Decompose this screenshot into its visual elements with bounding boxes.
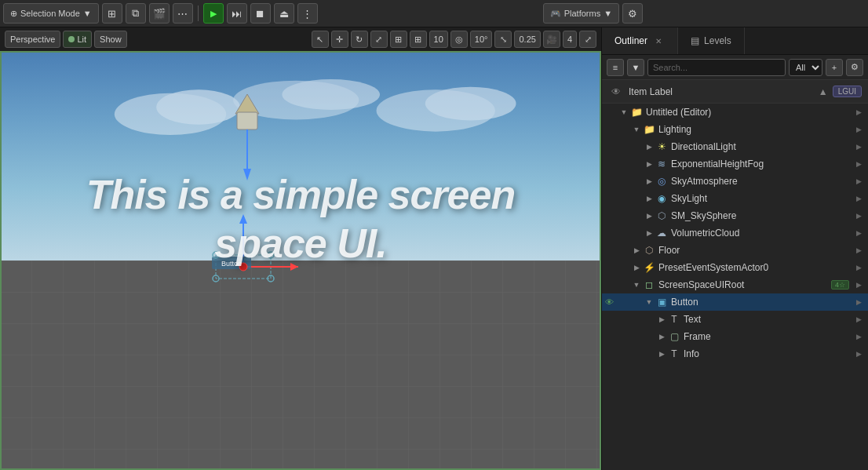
right-panel: Outliner ✕ ▤ Levels ≡ ▼ All + ⚙ 👁 Item L…	[601, 27, 868, 470]
camera-speed-button[interactable]: 4	[563, 31, 577, 48]
tree-item[interactable]: ▶⬡SM_SkySphere▶	[602, 207, 868, 224]
multi-tool-button[interactable]: ⊞	[390, 31, 407, 48]
tree-item-label: SkyLight	[671, 193, 852, 204]
settings-button[interactable]: ⚙	[846, 59, 863, 76]
tree-expand-arrow[interactable]: ▶	[643, 158, 655, 170]
show-button[interactable]: Show	[94, 31, 127, 48]
tree-item[interactable]: 👁▼▣Button▶	[602, 293, 868, 311]
tree-item[interactable]: ▼◻ScreenSpaceUIRoot4☆▶	[602, 276, 868, 293]
search-input[interactable]	[647, 59, 786, 76]
perspective-button[interactable]: Perspective	[5, 31, 60, 48]
stop-button[interactable]: ⏹	[250, 3, 271, 24]
tree-expand-arrow[interactable]: ▼	[618, 106, 630, 118]
visibility-toggle[interactable]: 👁	[608, 84, 624, 100]
tree-item-icon: T	[668, 313, 680, 326]
options-button[interactable]: ⋮	[297, 3, 318, 24]
tree-expand-arrow[interactable]: ▶	[643, 227, 655, 239]
angle-value-button[interactable]: 10°	[470, 31, 493, 48]
tab-levels[interactable]: ▤ Levels	[678, 27, 745, 54]
tree-expand-arrow[interactable]: ▶	[643, 209, 655, 222]
camera-button[interactable]: 🎥	[543, 31, 560, 48]
tree-item-end-arrow: ▶	[852, 192, 865, 205]
platforms-button[interactable]: 🎮 Platforms ▼	[543, 3, 619, 24]
tree-item[interactable]: ▼📁Untitled (Editor)▶	[602, 104, 868, 121]
tree-item-end-arrow: ▶	[852, 296, 865, 308]
tree-view[interactable]: ▼📁Untitled (Editor)▶▼📁Lighting▶▶☀Directi…	[602, 104, 868, 470]
tab-outliner[interactable]: Outliner ✕	[602, 27, 678, 54]
tree-item[interactable]: ▶TText▶	[602, 311, 868, 328]
filter-button[interactable]: ≡	[607, 59, 624, 76]
tree-item-end-arrow: ▶	[852, 123, 865, 136]
tree-item[interactable]: ▶☀DirectionalLight▶	[602, 138, 868, 155]
tree-item[interactable]: ▶▢Frame▶	[602, 328, 868, 345]
scale-tool-button[interactable]: ⤢	[370, 31, 388, 48]
scale-snap-button[interactable]: ⤡	[494, 31, 512, 48]
tree-item-icon: ≋	[655, 158, 668, 170]
rotate-tool-button[interactable]: ↻	[351, 31, 368, 48]
tree-item-icon: ◎	[655, 175, 668, 188]
lit-button[interactable]: Lit	[63, 31, 92, 48]
levels-tab-icon: ▤	[691, 35, 699, 46]
transform-tool-button[interactable]: ✛	[331, 31, 348, 48]
viewport[interactable]: Perspective Lit Show ↖ ✛ ↻ ⤢ ⊞ ⊞ 10 ◎	[0, 27, 601, 470]
svg-marker-15	[239, 214, 247, 224]
filter-dropdown-button[interactable]: ▼	[627, 59, 644, 76]
tree-item-end-arrow: ▶	[852, 313, 865, 326]
tree-item-label: Untitled (Editor)	[646, 107, 852, 118]
outliner-tab-close[interactable]: ✕	[652, 35, 665, 47]
tree-item[interactable]: ▶◎SkyAtmosphere▶	[602, 173, 868, 190]
directional-light-object[interactable]	[228, 98, 267, 137]
tree-item[interactable]: ▶☁VolumetricCloud▶	[602, 224, 868, 242]
search-type-dropdown[interactable]: All	[789, 59, 822, 76]
tree-expand-arrow[interactable]: ▶	[630, 244, 643, 257]
viewport-scene[interactable]: Button This is a simple screen space UI.	[0, 51, 601, 470]
item-visibility-eye[interactable]: 👁	[602, 295, 616, 309]
tree-expand-arrow[interactable]: ▶	[643, 175, 655, 188]
eject-button[interactable]: ⏏	[274, 3, 294, 24]
cinematics-button[interactable]: 🎬	[149, 3, 170, 24]
tree-item-icon: ⬡	[643, 244, 655, 257]
tree-item-icon: ⚡	[643, 261, 655, 274]
grid-size-button[interactable]: 10	[429, 31, 448, 48]
tree-expand-arrow[interactable]: ▶	[655, 330, 668, 343]
selection-mode-button[interactable]: ⊕ Selection Mode ▼	[3, 3, 99, 24]
skip-forward-button[interactable]: ⏭	[227, 3, 247, 24]
more-button[interactable]: ⋯	[173, 3, 193, 24]
tree-item[interactable]: ▶TInfo▶	[602, 345, 868, 363]
platforms-icon: 🎮	[550, 9, 561, 19]
angle-snap-button[interactable]: ◎	[450, 31, 468, 48]
tree-expand-arrow[interactable]: ▶	[643, 140, 655, 153]
transform-gizmo[interactable]: Button	[188, 208, 306, 310]
tree-item-icon: ◻	[643, 279, 655, 291]
grid-size-label: 10	[434, 35, 443, 44]
add-button[interactable]: +	[826, 59, 843, 76]
viewport-toolbar: Perspective Lit Show ↖ ✛ ↻ ⤢ ⊞ ⊞ 10 ◎	[0, 27, 601, 51]
panel-tabs: Outliner ✕ ▤ Levels	[602, 27, 868, 55]
maximize-button[interactable]: ⤢	[579, 31, 596, 48]
tree-expand-arrow[interactable]: ▼	[643, 296, 655, 308]
tree-item[interactable]: ▶⚡PresetEventSystemActor0▶	[602, 259, 868, 276]
tree-item[interactable]: ▶≋ExponentialHeightFog▶	[602, 155, 868, 173]
settings-button[interactable]: ⚙	[622, 3, 643, 24]
add-actor-button[interactable]: ⊞	[102, 3, 122, 24]
tree-expand-arrow[interactable]: ▶	[655, 313, 668, 326]
tree-expand-arrow[interactable]: ▶	[655, 348, 668, 360]
tree-item-end-arrow: ▶	[852, 175, 865, 188]
blueprint-button[interactable]: ⧉	[126, 3, 146, 24]
play-button[interactable]: ▶	[203, 3, 224, 24]
tree-item[interactable]: ▶⬡Floor▶	[602, 242, 868, 259]
levels-tab-label: Levels	[704, 35, 731, 46]
tree-expand-arrow[interactable]: ▼	[630, 123, 643, 136]
svg-marker-7	[235, 94, 259, 114]
sort-icon[interactable]: ▲	[819, 86, 828, 97]
tree-item[interactable]: ▶◉SkyLight▶	[602, 190, 868, 207]
tree-item[interactable]: ▼📁Lighting▶	[602, 121, 868, 138]
svg-marker-13	[290, 263, 298, 271]
tree-expand-arrow[interactable]: ▶	[643, 192, 655, 205]
grid-button[interactable]: ⊞	[410, 31, 427, 48]
tree-expand-arrow[interactable]: ▶	[630, 261, 643, 274]
tree-expand-arrow[interactable]: ▼	[630, 279, 643, 291]
svg-text:Button: Button	[221, 260, 242, 268]
scale-value-button[interactable]: 0.25	[514, 31, 540, 48]
select-tool-button[interactable]: ↖	[312, 31, 329, 48]
